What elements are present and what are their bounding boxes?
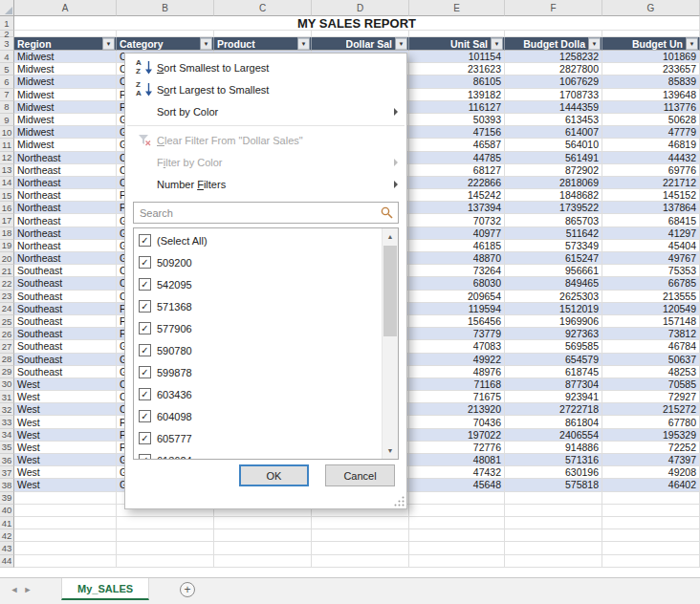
row-header-42[interactable]: 42 (0, 529, 14, 542)
cell[interactable]: 1444359 (505, 101, 602, 114)
cell[interactable]: 67780 (602, 416, 700, 428)
cell[interactable]: 48253 (602, 366, 700, 378)
cell[interactable]: 145242 (409, 189, 505, 202)
cell[interactable] (214, 31, 312, 37)
cell[interactable]: West (14, 391, 117, 403)
cell[interactable]: 872902 (505, 164, 602, 177)
cell[interactable]: 877304 (505, 378, 602, 391)
column-header-G[interactable]: G (602, 0, 700, 16)
table-header-product[interactable]: Product▼ (214, 37, 312, 51)
cell[interactable] (602, 517, 700, 529)
cell[interactable] (409, 542, 505, 554)
cell[interactable] (14, 492, 117, 505)
cell[interactable]: Midwest (14, 51, 117, 63)
cell[interactable]: Midwest (14, 139, 117, 151)
cell[interactable]: 44785 (409, 152, 505, 164)
row-header-32[interactable]: 32 (0, 403, 14, 416)
cell[interactable]: 571316 (505, 454, 602, 466)
cell[interactable]: 45648 (409, 479, 505, 491)
cell[interactable]: West (14, 403, 117, 416)
cell[interactable] (602, 31, 700, 37)
cell[interactable]: West (14, 429, 117, 442)
cell[interactable]: 511642 (505, 227, 602, 240)
row-header-25[interactable]: 25 (0, 315, 14, 328)
filter-button[interactable]: ▼ (200, 37, 212, 50)
filter-checklist-item[interactable]: ✓613624 (134, 449, 382, 460)
cell[interactable]: 48870 (409, 252, 505, 265)
menu-item-sort-by-color[interactable]: Sort by Color (125, 100, 406, 122)
cell[interactable]: 2818069 (505, 177, 602, 189)
row-header-40[interactable]: 40 (0, 505, 14, 517)
cell[interactable]: 101154 (409, 51, 505, 63)
cell[interactable]: 156456 (409, 315, 505, 328)
cell[interactable]: Southeast (14, 354, 117, 366)
cell[interactable]: Northeast (14, 252, 117, 265)
row-header-4[interactable]: 4 (0, 51, 14, 63)
checkbox-checked-icon[interactable]: ✓ (139, 388, 151, 400)
cell[interactable]: 861804 (505, 416, 602, 428)
table-header-region[interactable]: Region▼ (14, 37, 117, 51)
cell[interactable] (602, 505, 700, 517)
cell[interactable]: Northeast (14, 189, 117, 202)
row-header-38[interactable]: 38 (0, 479, 14, 491)
table-header-budget-dolla[interactable]: Budget Dolla▼ (505, 37, 602, 51)
cell[interactable] (117, 517, 214, 529)
cell[interactable]: Midwest (14, 76, 117, 88)
row-header-27[interactable]: 27 (0, 340, 14, 353)
checkbox-checked-icon[interactable]: ✓ (139, 278, 151, 291)
cell[interactable] (505, 517, 602, 529)
row-header-37[interactable]: 37 (0, 466, 14, 479)
row-header-34[interactable]: 34 (0, 429, 14, 442)
filter-button[interactable]: ▼ (102, 37, 115, 50)
cell[interactable]: Southeast (14, 303, 117, 315)
cell[interactable]: 66785 (602, 277, 700, 290)
row-header-20[interactable]: 20 (0, 252, 14, 265)
cell[interactable] (312, 517, 409, 529)
filter-checklist-item[interactable]: ✓603436 (134, 383, 382, 405)
cell[interactable]: 197022 (409, 429, 505, 442)
row-header-30[interactable]: 30 (0, 378, 14, 391)
row-header-13[interactable]: 13 (0, 164, 14, 177)
cell[interactable] (214, 542, 312, 554)
checkbox-checked-icon[interactable]: ✓ (139, 454, 151, 460)
cell[interactable]: Southeast (14, 291, 117, 303)
cell[interactable]: 86105 (409, 76, 505, 88)
checkbox-checked-icon[interactable]: ✓ (139, 256, 151, 269)
table-header-unit-sal[interactable]: Unit Sal▼ (409, 37, 505, 51)
cell[interactable]: 215272 (602, 403, 700, 416)
row-header-12[interactable]: 12 (0, 152, 14, 164)
cell[interactable] (14, 31, 117, 37)
cell[interactable]: 68415 (602, 214, 700, 226)
cell[interactable]: 569585 (505, 340, 602, 353)
cell[interactable]: West (14, 442, 117, 454)
cell[interactable]: 47156 (409, 126, 505, 139)
checklist-scrollbar[interactable]: ▲ ▼ (382, 228, 398, 459)
filter-checklist-item[interactable]: ✓571368 (134, 295, 382, 317)
cell[interactable]: Midwest (14, 63, 117, 76)
row-header-16[interactable]: 16 (0, 202, 14, 214)
table-header-budget-un[interactable]: Budget Un▼ (602, 37, 700, 51)
cell[interactable]: 139648 (602, 89, 700, 101)
cell[interactable]: Southeast (14, 277, 117, 290)
row-header-3[interactable]: 3 (0, 37, 14, 51)
cell[interactable]: 615247 (505, 252, 602, 265)
cell[interactable]: West (14, 378, 117, 391)
cell[interactable]: 73264 (409, 265, 505, 277)
checkbox-checked-icon[interactable]: ✓ (139, 366, 151, 378)
row-header-11[interactable]: 11 (0, 139, 14, 151)
cell[interactable]: Midwest (14, 126, 117, 139)
cell[interactable] (409, 505, 505, 517)
row-header-21[interactable]: 21 (0, 265, 14, 277)
cell[interactable] (117, 542, 214, 554)
cell[interactable]: 564010 (505, 139, 602, 151)
row-header-7[interactable]: 7 (0, 89, 14, 101)
row-header-26[interactable]: 26 (0, 328, 14, 340)
cell[interactable] (14, 517, 117, 529)
filter-checklist-item[interactable]: ✓577906 (134, 317, 382, 339)
cell[interactable]: Southeast (14, 340, 117, 353)
cell[interactable]: 116127 (409, 101, 505, 114)
row-header-9[interactable]: 9 (0, 114, 14, 126)
cell[interactable]: 71675 (409, 391, 505, 403)
cell[interactable]: 68127 (409, 164, 505, 177)
cell[interactable]: West (14, 466, 117, 479)
